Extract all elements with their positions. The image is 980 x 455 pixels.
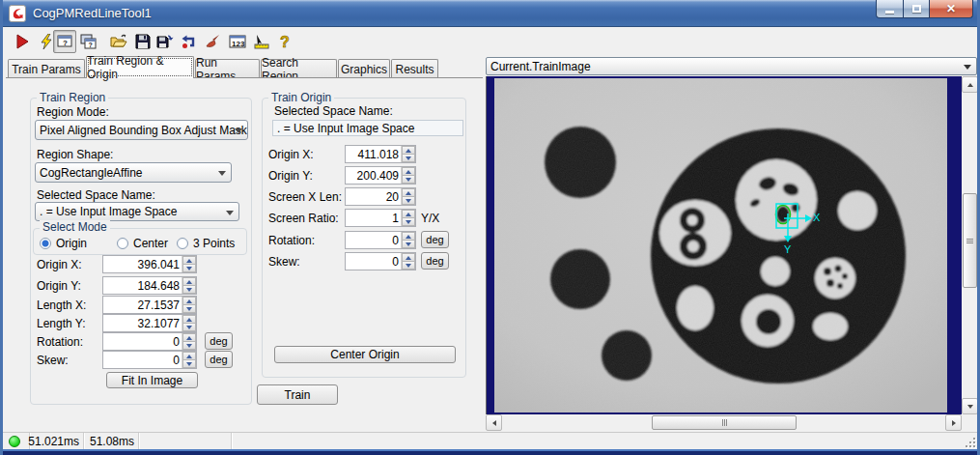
arrow-right-icon [952, 420, 956, 426]
spinner[interactable] [401, 210, 415, 226]
scroll-right-button[interactable] [945, 414, 962, 431]
spinner[interactable] [401, 188, 415, 205]
screen-x-len-input[interactable]: 20 [345, 187, 416, 206]
run-button[interactable] [11, 30, 34, 53]
rotation-input[interactable]: 0 [345, 231, 416, 249]
spinner[interactable] [401, 253, 415, 270]
save-as-button[interactable] [154, 30, 177, 53]
radio-origin[interactable]: Origin [40, 237, 87, 250]
origin-y-value: 184.648 [103, 277, 182, 294]
chevron-down-icon [964, 65, 971, 70]
tab-search-region[interactable]: Search Region [261, 59, 337, 78]
svg-text:123: 123 [232, 40, 245, 48]
length-y-input[interactable]: 32.1077 [102, 314, 197, 332]
spin-down-icon [406, 178, 411, 182]
vertical-scroll-thumb[interactable] [963, 193, 977, 288]
screen-x-len-label: Screen X Len: [268, 190, 342, 204]
close-icon: ✕ [946, 2, 956, 15]
maximize-button[interactable] [904, 0, 930, 18]
spinner[interactable] [182, 297, 196, 313]
spinner[interactable] [182, 256, 196, 272]
help-button[interactable]: ? [273, 30, 296, 53]
marker-y-label: Y [784, 243, 792, 255]
horizontal-scrollbar[interactable] [486, 414, 962, 431]
spinner[interactable] [182, 277, 196, 294]
arrow-up-icon [967, 83, 973, 87]
region-mode-select[interactable]: Pixel Aligned Bounding Box Adjust Mask [35, 120, 248, 140]
spin-down-icon [186, 288, 192, 292]
spin-up-icon [186, 355, 192, 358]
origin-y-input[interactable]: 184.648 [102, 276, 197, 295]
fit-in-image-button[interactable]: Fit In Image [106, 372, 198, 388]
edit-graphics-button[interactable] [202, 30, 225, 53]
number-format-icon: 123 [229, 34, 246, 49]
spin-up-icon [186, 280, 192, 284]
rotation-label: Rotation: [37, 335, 83, 349]
tab-train-region-origin[interactable]: Train Region & Origin [86, 56, 194, 78]
chevron-down-icon [235, 128, 242, 133]
image-selector-combo[interactable]: Current.TrainImage [486, 57, 977, 75]
spin-up-icon [406, 213, 411, 216]
rotation-deg-button[interactable]: deg [421, 231, 449, 248]
train-origin-group: Train Origin Selected Space Name: . = Us… [262, 98, 466, 378]
minimize-icon [885, 11, 894, 14]
minimize-button[interactable] [876, 0, 904, 18]
coordinate-ruler-button[interactable] [250, 30, 273, 53]
center-origin-button[interactable]: Center Origin [274, 346, 456, 363]
selected-space-select[interactable]: . = Use Input Image Space [35, 202, 239, 221]
open-file-button[interactable] [107, 30, 130, 53]
length-x-input[interactable]: 27.1537 [102, 296, 197, 314]
floating-window-toggle[interactable]: ? [53, 30, 76, 53]
origin-x-input[interactable]: 411.018 [345, 145, 416, 163]
tab-run-params[interactable]: Run Params [195, 59, 260, 78]
radio-center[interactable]: Center [117, 237, 168, 250]
origin-x-input[interactable]: 396.041 [102, 255, 197, 273]
spin-up-icon [186, 336, 192, 340]
origin-x-label: Origin X: [37, 258, 82, 271]
close-button[interactable]: ✕ [930, 0, 973, 18]
origin-y-value: 200.409 [346, 167, 401, 184]
skew-input[interactable]: 0 [102, 351, 197, 369]
skew-deg-button[interactable]: deg [205, 351, 233, 368]
tab-train-params[interactable]: Train Params [8, 59, 85, 78]
title-bar[interactable]: CogPMRedLineTool1 ✕ [0, 0, 980, 27]
rotation-deg-button[interactable]: deg [205, 332, 233, 350]
image-display[interactable]: X Y [486, 76, 962, 414]
origin-x-value: 396.041 [103, 256, 182, 272]
screen-ratio-input[interactable]: 1 [345, 209, 416, 227]
vertical-scrollbar[interactable] [962, 76, 978, 414]
region-shape-select[interactable]: CogRectangleAffine [35, 162, 232, 183]
save-button[interactable] [131, 30, 154, 53]
spin-down-icon [406, 242, 411, 246]
number-format-button[interactable]: 123 [226, 30, 249, 53]
scroll-up-button[interactable] [962, 76, 978, 93]
screen-ratio-suffix: Y/X [421, 212, 439, 225]
reset-button[interactable] [178, 30, 201, 53]
spinner[interactable] [182, 333, 196, 350]
spin-down-icon [186, 362, 192, 366]
region-mode-value: Pixel Aligned Bounding Box Adjust Mask [40, 124, 247, 137]
spinner[interactable] [401, 146, 415, 162]
radio-3points[interactable]: 3 Points [177, 237, 235, 250]
run-time-value: 51.021ms [28, 435, 79, 448]
skew-deg-button[interactable]: deg [421, 252, 449, 270]
select-mode-group: Select Mode Origin Center 3 Points [33, 228, 247, 255]
resize-grip[interactable] [964, 436, 975, 447]
train-region-group-title: Train Region [37, 91, 108, 104]
arrow-down-icon [967, 405, 973, 409]
train-button[interactable]: Train [257, 384, 338, 405]
spinner[interactable] [182, 352, 196, 368]
scroll-down-button[interactable] [962, 398, 978, 414]
spinner[interactable] [401, 167, 415, 184]
origin-y-input[interactable]: 200.409 [345, 166, 416, 185]
horizontal-scroll-thumb[interactable] [652, 415, 797, 430]
spinner[interactable] [182, 315, 196, 331]
spinner[interactable] [401, 232, 415, 248]
tab-graphics[interactable]: Graphics [338, 59, 390, 78]
copy-window-button[interactable]: ? [76, 30, 99, 53]
skew-input[interactable]: 0 [345, 252, 416, 270]
train-region-group: Train Region Region Mode: Pixel Aligned … [30, 98, 252, 405]
rotation-input[interactable]: 0 [102, 332, 197, 351]
scroll-left-button[interactable] [486, 414, 502, 431]
tab-results[interactable]: Results [391, 59, 438, 78]
